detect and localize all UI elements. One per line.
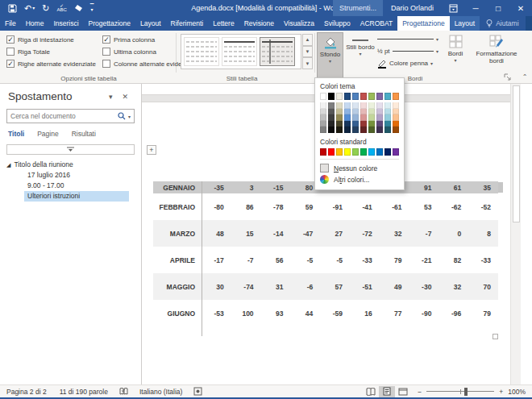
theme-color-0[interactable] [320,93,326,100]
variant-0-7[interactable] [376,102,383,109]
variant-1-9[interactable] [393,109,399,115]
variant-3-7[interactable] [376,121,383,127]
variant-0-8[interactable] [384,102,391,109]
tab-aiutami[interactable]: Aiutami [480,16,525,31]
variant-2-5[interactable] [360,114,367,121]
value-cell-1-3[interactable]: 59 [290,203,320,211]
print-layout-view-icon[interactable] [379,386,395,397]
unchecked-checkbox-icon[interactable] [6,48,15,56]
collapse-ribbon-icon[interactable]: ⌃ [520,73,530,81]
web-layout-view-icon[interactable] [395,386,411,397]
value-cell-0-7[interactable]: 91 [409,184,439,192]
variant-0-0[interactable] [320,102,326,109]
month-cell[interactable]: GIUGNO [153,310,202,318]
pen-weight-select[interactable]: ½ pt ▾ [377,45,438,57]
value-cell-1-7[interactable]: 53 [409,203,439,211]
variant-1-6[interactable] [368,109,375,115]
proofing-status-icon[interactable] [114,387,133,396]
table-row-marzo[interactable]: MARZO4815-14-4727-7232-708 [153,220,498,247]
standard-color-6[interactable] [368,148,375,156]
theme-color-8[interactable] [384,93,391,100]
value-cell-2-3[interactable]: -47 [290,230,320,238]
tab-progettazione-contextual[interactable]: Progettazione [397,16,449,31]
more-colors-option[interactable]: Altri colori... [320,174,399,185]
variant-3-3[interactable] [344,121,351,127]
table-row-giugno[interactable]: GIUGNO-531009344-591677-90-9679 [153,300,498,326]
variant-4-8[interactable] [384,127,391,133]
variant-2-6[interactable] [368,114,375,121]
value-cell-4-3[interactable]: -6 [290,283,320,291]
standard-color-4[interactable] [352,148,359,156]
ribbon-display-options-icon[interactable] [442,0,464,16]
pen-color-button[interactable]: Colore penna ▾ [377,57,438,69]
value-cell-4-4[interactable]: 57 [320,283,350,291]
redo-icon[interactable]: ↻ [42,0,49,16]
nav-tab-titoli[interactable]: Titoli [8,130,24,138]
value-cell-4-0[interactable]: 30 [202,283,231,291]
variant-4-2[interactable] [336,127,343,133]
theme-color-4[interactable] [352,93,359,100]
spell-check-icon[interactable]: ✓ABC [56,4,66,12]
unchecked-checkbox-icon[interactable] [102,48,110,56]
variant-4-9[interactable] [393,127,399,133]
value-cell-0-2[interactable]: -15 [261,184,291,192]
variant-1-5[interactable] [360,109,367,115]
variant-3-2[interactable] [336,121,343,127]
no-color-option[interactable]: Nessun colore [320,163,399,174]
value-cell-3-4[interactable]: -5 [320,256,350,264]
month-cell[interactable]: APRILE [153,256,202,264]
theme-color-6[interactable] [368,93,375,100]
variant-1-7[interactable] [376,109,383,115]
value-cell-5-9[interactable]: 79 [468,310,498,318]
month-cell[interactable]: FEBBRAIO [153,203,202,211]
value-cell-4-8[interactable]: 32 [438,283,468,291]
checked-checkbox-icon[interactable]: ✓ [6,35,15,44]
value-cell-5-2[interactable]: 93 [261,310,291,318]
checked-checkbox-icon[interactable]: ✓ [6,60,15,68]
value-cell-3-5[interactable]: -33 [350,256,380,264]
variant-0-6[interactable] [368,102,375,109]
document-table[interactable]: GENNAIO-353-15805510-6916135FEBBRAIO-808… [153,181,498,326]
vertical-scrollbar[interactable] [510,84,521,384]
value-cell-3-9[interactable]: -33 [468,256,498,264]
variant-4-7[interactable] [376,127,383,133]
value-cell-1-8[interactable]: -62 [438,203,468,211]
tab-sviluppo[interactable]: Sviluppo [319,16,355,31]
tab-revisione[interactable]: Revisione [239,16,279,31]
share-button[interactable]: Condividi [526,16,532,31]
value-cell-0-0[interactable]: -35 [202,184,231,192]
macro-record-icon[interactable] [189,387,207,396]
value-cell-2-8[interactable]: 0 [438,230,468,238]
value-cell-3-0[interactable]: -17 [202,256,231,264]
tab-acrobat[interactable]: ACROBAT [355,16,397,31]
value-cell-5-8[interactable]: -96 [438,310,468,318]
gallery-style-2[interactable] [222,37,257,66]
variant-1-1[interactable] [328,109,335,115]
standard-color-3[interactable] [344,148,351,156]
shading-button[interactable]: Sfondo ▾ [317,32,343,81]
value-cell-0-1[interactable]: 3 [231,184,261,192]
value-cell-1-6[interactable]: -61 [380,203,409,211]
variant-0-4[interactable] [352,102,359,109]
gallery-style-1[interactable] [184,37,219,66]
scrollbar-thumb[interactable] [513,85,520,222]
value-cell-5-5[interactable]: 16 [350,310,380,318]
table-resize-handle[interactable] [493,334,498,339]
checked-checkbox-icon[interactable]: ✓ [102,35,110,44]
tab-lettere[interactable]: Lettere [208,16,239,31]
table-row-aprile[interactable]: APRILE-17-756-5-5-3379-2182-33 [153,247,498,273]
value-cell-4-5[interactable]: -51 [350,283,380,291]
eraser-icon[interactable] [74,4,83,12]
value-cell-1-5[interactable]: -41 [350,203,380,211]
value-cell-2-0[interactable]: 48 [202,230,231,238]
dialog-launcher-icon[interactable] [504,73,512,81]
tab-layout-contextual[interactable]: Layout [450,16,480,31]
tab-layout[interactable]: Layout [135,16,166,31]
word-count[interactable]: 11 di 190 parole [53,388,114,396]
value-cell-2-5[interactable]: -72 [350,230,380,238]
value-cell-1-0[interactable]: -80 [202,203,231,211]
variant-2-7[interactable] [376,114,383,121]
border-style-select[interactable]: ▾ [377,33,438,45]
nav-heading-ulteriori-istruzioni[interactable]: Ulteriori istruzioni [24,191,129,202]
month-cell[interactable]: MAGGIO [153,283,202,291]
